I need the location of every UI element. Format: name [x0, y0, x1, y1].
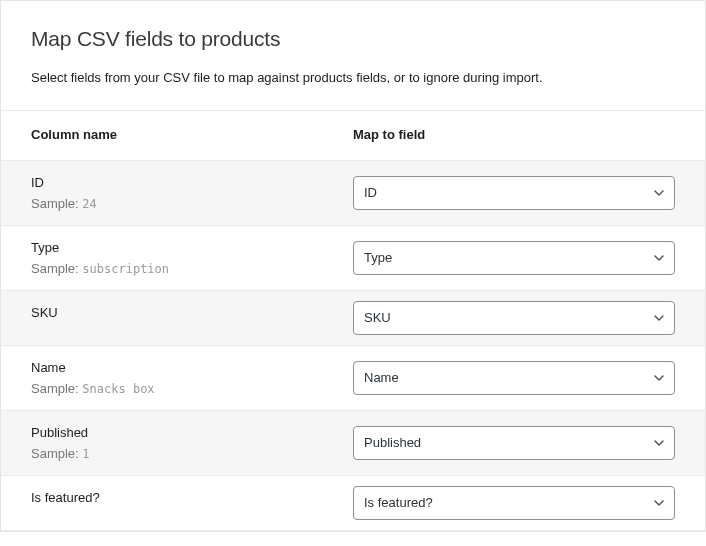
page-description: Select fields from your CSV file to map …	[31, 69, 675, 88]
field-mapping-table: Column name Map to field IDSample: 24IDT…	[1, 111, 705, 531]
csv-field-mapping-panel: Map CSV fields to products Select fields…	[0, 0, 706, 532]
column-label: Published	[31, 425, 323, 440]
select-wrap: Published	[353, 426, 675, 460]
sample-line: Sample: subscription	[31, 261, 323, 276]
sample-value: 1	[82, 447, 89, 461]
select-wrap: Type	[353, 241, 675, 275]
column-label: SKU	[31, 305, 323, 320]
column-name-header: Column name	[1, 111, 353, 161]
column-name-cell: Is featured?	[1, 475, 353, 530]
sample-line: Sample: 24	[31, 196, 323, 211]
map-to-field-select[interactable]: Type	[353, 241, 675, 275]
sample-value: subscription	[82, 262, 169, 276]
map-to-field-cell: Type	[353, 225, 705, 290]
column-name-cell: TypeSample: subscription	[1, 225, 353, 290]
table-row: Is featured?Is featured?	[1, 475, 705, 530]
column-label: ID	[31, 175, 323, 190]
select-wrap: Name	[353, 361, 675, 395]
column-name-cell: PublishedSample: 1	[1, 410, 353, 475]
sample-prefix: Sample:	[31, 196, 79, 211]
column-label: Is featured?	[31, 490, 323, 505]
sample-line: Sample: Snacks box	[31, 381, 323, 396]
map-to-field-select[interactable]: Name	[353, 361, 675, 395]
table-header-row: Column name Map to field	[1, 111, 705, 161]
map-to-field-select[interactable]: SKU	[353, 301, 675, 335]
sample-value: 24	[82, 197, 96, 211]
column-label: Type	[31, 240, 323, 255]
page-title: Map CSV fields to products	[31, 27, 675, 51]
map-to-field-select[interactable]: Published	[353, 426, 675, 460]
table-row: TypeSample: subscriptionType	[1, 225, 705, 290]
column-name-cell: IDSample: 24	[1, 160, 353, 225]
table-row: PublishedSample: 1Published	[1, 410, 705, 475]
column-label: Name	[31, 360, 323, 375]
sample-prefix: Sample:	[31, 381, 79, 396]
map-to-field-cell: Is featured?	[353, 475, 705, 530]
table-row: SKUSKU	[1, 290, 705, 345]
table-row: IDSample: 24ID	[1, 160, 705, 225]
column-name-cell: NameSample: Snacks box	[1, 345, 353, 410]
panel-header: Map CSV fields to products Select fields…	[1, 1, 705, 111]
map-to-field-cell: Published	[353, 410, 705, 475]
column-name-cell: SKU	[1, 290, 353, 345]
select-wrap: Is featured?	[353, 486, 675, 520]
map-to-field-select[interactable]: Is featured?	[353, 486, 675, 520]
sample-line: Sample: 1	[31, 446, 323, 461]
map-to-field-header: Map to field	[353, 111, 705, 161]
table-row: NameSample: Snacks boxName	[1, 345, 705, 410]
select-wrap: SKU	[353, 301, 675, 335]
sample-prefix: Sample:	[31, 446, 79, 461]
sample-value: Snacks box	[82, 382, 154, 396]
map-to-field-cell: SKU	[353, 290, 705, 345]
map-to-field-select[interactable]: ID	[353, 176, 675, 210]
sample-prefix: Sample:	[31, 261, 79, 276]
map-to-field-cell: Name	[353, 345, 705, 410]
select-wrap: ID	[353, 176, 675, 210]
map-to-field-cell: ID	[353, 160, 705, 225]
